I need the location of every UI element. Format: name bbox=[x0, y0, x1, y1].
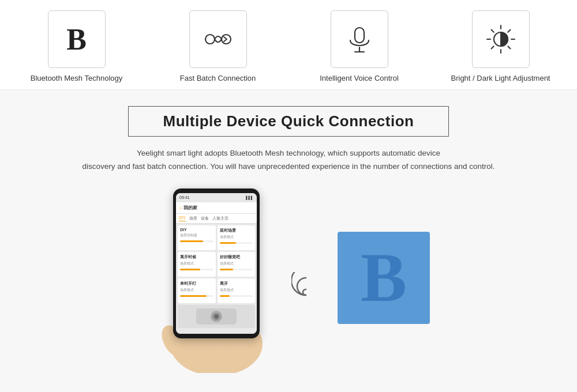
phone-card-2: 延时场景 场景模式 bbox=[218, 225, 256, 250]
phone-card-4: 好好睡觉吧 场景模式 bbox=[218, 252, 256, 277]
svg-line-10 bbox=[491, 30, 493, 32]
phone-nav: DIY 场景 设备 人脸主页 bbox=[176, 214, 257, 224]
card2-title: 延时场景 bbox=[220, 228, 253, 233]
phone-device: 09:41 ▌▌▌ ⌂ 我的家 DIY 场景 设备 人脸主页 bbox=[173, 189, 260, 338]
feature-item-bluetooth: B Bluetooth Mesh Technology bbox=[6, 10, 147, 84]
card2-sub: 场景模式 bbox=[220, 235, 253, 240]
phone-app-header: ⌂ 我的家 bbox=[176, 202, 257, 214]
feature-item-fast-batch: Fast Batch Connection bbox=[147, 10, 288, 84]
bluetooth-icon-box: B bbox=[48, 10, 106, 68]
signal-waves-svg bbox=[291, 272, 320, 301]
feature-bar: B Bluetooth Mesh Technology Fast Batch C… bbox=[0, 0, 577, 90]
card3-bar bbox=[180, 269, 213, 270]
card4-sub: 场景模式 bbox=[220, 261, 253, 266]
svg-rect-2 bbox=[355, 28, 364, 43]
fast-batch-label: Fast Batch Connection bbox=[180, 74, 256, 84]
svg-point-0 bbox=[205, 35, 215, 44]
phone-card-1: DIY 场景控制器 bbox=[178, 225, 216, 250]
phone-card-3: 离开时候 场景模式 bbox=[178, 252, 216, 277]
signal-arcs bbox=[291, 272, 320, 301]
section-title: Multiple Device Quick Connection bbox=[163, 112, 414, 130]
card2-bar bbox=[220, 242, 253, 244]
card3-title: 离开时候 bbox=[180, 254, 213, 260]
card5-title: 来时开灯 bbox=[180, 281, 213, 287]
card5-bar bbox=[180, 295, 213, 297]
card5-sub: 场景模式 bbox=[180, 288, 213, 293]
card4-bar bbox=[220, 269, 253, 270]
card1-sub: 场景控制器 bbox=[180, 233, 213, 238]
bluetooth-b-icon: B bbox=[66, 22, 87, 56]
illustration-area: 09:41 ▌▌▌ ⌂ 我的家 DIY 场景 设备 人脸主页 bbox=[12, 183, 565, 373]
phone-signal: ▌▌▌ bbox=[246, 196, 253, 199]
big-b-logo: B bbox=[338, 232, 430, 324]
phone-time: 09:41 bbox=[179, 195, 190, 199]
card4-title: 好好睡觉吧 bbox=[220, 254, 253, 260]
desc-line1: Yeelight smart light adopts Bluetooth Me… bbox=[137, 149, 440, 157]
svg-line-11 bbox=[508, 46, 510, 48]
phone-header-text: 我的家 bbox=[183, 205, 197, 210]
card1-title: DIY bbox=[180, 228, 213, 232]
brightness-icon bbox=[485, 23, 517, 55]
card6-sub: 场景模式 bbox=[220, 288, 253, 293]
fast-batch-icon bbox=[202, 23, 234, 55]
phone-grid: DIY 场景控制器 延时场景 场景模式 离开时候 场景模式 bbox=[176, 224, 257, 334]
main-section: Multiple Device Quick Connection Yeeligh… bbox=[0, 90, 577, 373]
card3-sub: 场景模式 bbox=[180, 261, 213, 266]
phone-in-hand: 09:41 ▌▌▌ ⌂ 我的家 DIY 场景 设备 人脸主页 bbox=[147, 189, 286, 373]
svg-line-13 bbox=[491, 46, 493, 48]
signal-and-logo: B bbox=[291, 232, 430, 324]
brightness-label: Bright / Dark Light Adjustment bbox=[451, 74, 550, 84]
big-b-letter: B bbox=[361, 243, 407, 312]
microphone-icon bbox=[343, 23, 376, 55]
svg-point-17 bbox=[215, 315, 218, 318]
fast-batch-icon-box bbox=[189, 10, 247, 68]
section-description: Yeelight smart light adopts Bluetooth Me… bbox=[82, 147, 494, 174]
phone-vacuum-image bbox=[178, 305, 255, 328]
desc-line2: discovery and fast batch connection. You… bbox=[82, 162, 494, 171]
voice-icon-box bbox=[331, 10, 388, 68]
bluetooth-label: Bluetooth Mesh Technology bbox=[31, 74, 122, 84]
brightness-icon-box bbox=[472, 10, 530, 68]
phone-screen: 09:41 ▌▌▌ ⌂ 我的家 DIY 场景 设备 人脸主页 bbox=[176, 193, 257, 334]
nav-device: 设备 bbox=[201, 216, 209, 221]
card6-bar bbox=[220, 295, 253, 297]
phone-card-5: 来时开灯 场景模式 bbox=[178, 278, 216, 303]
card1-bar bbox=[180, 240, 213, 242]
svg-line-12 bbox=[508, 30, 510, 32]
phone-card-6: 离开 场景模式 bbox=[218, 278, 256, 303]
feature-item-voice: Intelligent Voice Control bbox=[288, 10, 430, 84]
nav-diy: DIY bbox=[179, 216, 186, 221]
voice-label: Intelligent Voice Control bbox=[320, 74, 399, 84]
nav-face: 人脸主页 bbox=[212, 216, 228, 221]
home-icon-small: ⌂ bbox=[179, 205, 183, 210]
card6-title: 离开 bbox=[220, 281, 253, 287]
section-title-box: Multiple Device Quick Connection bbox=[128, 106, 449, 137]
feature-item-brightness: Bright / Dark Light Adjustment bbox=[430, 10, 571, 84]
phone-status-bar: 09:41 ▌▌▌ bbox=[176, 193, 257, 202]
nav-scene: 场景 bbox=[189, 216, 197, 221]
